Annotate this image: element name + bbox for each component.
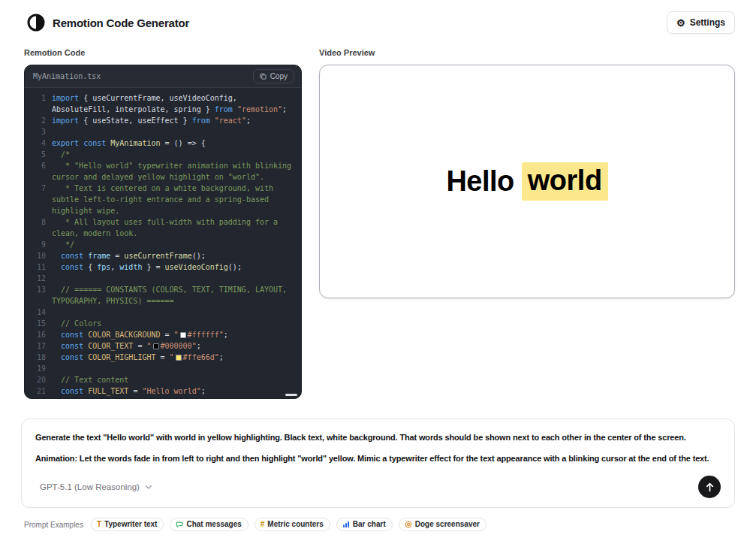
- prompt-footer: GPT-5.1 (Low Reasoning): [35, 476, 721, 498]
- code-token: width: [119, 263, 142, 271]
- code-token: useCurrentFrame: [124, 252, 191, 260]
- preview-text-plain: Hello: [446, 165, 514, 198]
- code-token: ();: [228, 263, 242, 271]
- code-token: "remotion": [237, 105, 282, 113]
- code-token: useVideoConfig: [165, 263, 228, 271]
- arrow-up-icon: [705, 482, 715, 492]
- line-number: 2: [32, 115, 46, 126]
- code-line-content: const FULL_TEXT = "Hello world";: [52, 385, 294, 397]
- code-token: COLOR_TEXT: [88, 342, 133, 350]
- line-number: 11: [32, 261, 46, 273]
- code-line: 11 const { fps, width } = useVideoConfig…: [32, 261, 292, 273]
- code-token: [52, 263, 61, 271]
- chip-chat-messages[interactable]: Chat messages: [170, 518, 248, 531]
- line-number: 21: [32, 385, 46, 397]
- line-number: 19: [32, 363, 46, 374]
- code-token: [52, 342, 61, 350]
- code-line: 13 // ====== CONSTANTS (COLORS, TEXT, TI…: [32, 284, 292, 307]
- preview-text-highlighted: world: [522, 162, 608, 201]
- chip-typewriter-text[interactable]: T Typewriter text: [91, 518, 164, 531]
- code-line-content: const COLOR_TEXT = "#000000";: [52, 340, 294, 352]
- copy-button[interactable]: Copy: [253, 69, 294, 83]
- code-token: { useCurrentFrame, useVideoConfig, Absol…: [52, 94, 242, 113]
- code-token: ;: [282, 105, 287, 113]
- code-line: 5 /*: [32, 149, 292, 160]
- chevron-down-icon: [145, 485, 152, 490]
- prompt-examples-label: Prompt Examples: [24, 521, 83, 529]
- gear-icon: ⚙: [676, 18, 685, 28]
- chip-label: Bar chart: [353, 520, 386, 528]
- submit-button[interactable]: [698, 476, 721, 498]
- code-line: 6 * "Hello world" typewriter animation w…: [32, 160, 292, 183]
- code-token: "Hello world": [142, 387, 200, 395]
- code-line: 3: [32, 126, 292, 138]
- bar-chart-icon: [342, 521, 350, 528]
- hash-icon: #: [261, 521, 265, 528]
- code-lines[interactable]: 1import { useCurrentFrame, useVideoConfi…: [25, 88, 301, 399]
- code-line-content: */: [52, 239, 294, 250]
- code-token: =: [110, 252, 124, 260]
- copy-button-label: Copy: [270, 72, 288, 80]
- code-token: import: [52, 116, 79, 125]
- code-line-content: const { fps, width } = useVideoConfig();: [52, 261, 294, 273]
- page-title: Remotion Code Generator: [53, 17, 189, 29]
- code-token: =: [128, 387, 142, 395]
- line-number: 20: [32, 374, 46, 385]
- file-name: MyAnimation.tsx: [33, 72, 101, 80]
- code-token: #000000": [161, 342, 197, 350]
- code-line-content: * Text is centered on a white background…: [52, 183, 294, 216]
- code-token: [52, 252, 61, 260]
- code-token: COLOR_BACKGROUND: [88, 331, 160, 339]
- code-token: import: [52, 94, 79, 102]
- chip-metric-counters[interactable]: # Metric counters: [255, 518, 330, 531]
- model-selector[interactable]: GPT-5.1 (Low Reasoning): [35, 482, 157, 492]
- code-line-content: export const MyAnimation = () => {: [52, 138, 294, 149]
- line-number: 15: [32, 318, 46, 329]
- code-token: // Colors: [52, 319, 101, 328]
- chip-doge-screensaver[interactable]: Doge screensaver: [399, 518, 486, 531]
- code-line: 16 const COLOR_BACKGROUND = "#ffffff";: [32, 329, 292, 340]
- settings-button-label: Settings: [690, 17, 725, 28]
- code-token: ": [174, 331, 179, 339]
- chip-bar-chart[interactable]: Bar chart: [336, 518, 393, 531]
- chip-label: Doge screensaver: [415, 520, 480, 528]
- scrollbar-thumb[interactable]: [285, 394, 297, 396]
- code-line: 21 const FULL_TEXT = "Hello world";: [32, 385, 292, 397]
- line-number: 12: [32, 273, 46, 284]
- line-number: 17: [32, 340, 46, 352]
- code-token: =: [133, 342, 146, 350]
- app-logo-icon: [27, 14, 45, 32]
- line-number: 14: [32, 307, 46, 318]
- code-token: const: [61, 252, 83, 260]
- code-token: ": [146, 342, 151, 350]
- color-swatch: [180, 332, 186, 338]
- code-token: const: [61, 342, 83, 350]
- code-token: const: [61, 387, 83, 395]
- code-token: MyAnimation: [110, 139, 160, 147]
- code-token: /*: [52, 150, 70, 159]
- app-header: Remotion Code Generator ⚙ Settings: [0, 0, 756, 44]
- preview-text: Hello world: [446, 162, 607, 201]
- code-token: ;: [246, 116, 251, 125]
- line-number: 4: [32, 138, 46, 149]
- line-number: 10: [32, 250, 46, 261]
- chip-label: Metric counters: [267, 520, 323, 528]
- code-line-content: const frame = useCurrentFrame();: [52, 250, 294, 261]
- video-preview[interactable]: Hello world: [319, 65, 735, 298]
- line-number: 9: [32, 239, 46, 250]
- code-line-content: [52, 126, 294, 138]
- code-token: =: [161, 331, 174, 339]
- code-token: export: [52, 139, 79, 147]
- code-line-content: // Colors: [52, 318, 294, 329]
- code-line: 14: [32, 307, 292, 318]
- prompt-examples-bar: Prompt Examples T Typewriter text Chat m…: [0, 508, 756, 531]
- code-token: fps: [97, 263, 110, 271]
- code-token: ;: [219, 353, 224, 361]
- prompt-input-card[interactable]: Generate the text "Hello world" with wor…: [21, 419, 735, 508]
- chat-bubble-icon: [176, 521, 183, 528]
- settings-button[interactable]: ⚙ Settings: [667, 11, 735, 34]
- code-token: from: [192, 116, 210, 125]
- line-number: 6: [32, 160, 46, 171]
- code-token: ;: [224, 331, 228, 339]
- code-token: ();: [192, 252, 206, 260]
